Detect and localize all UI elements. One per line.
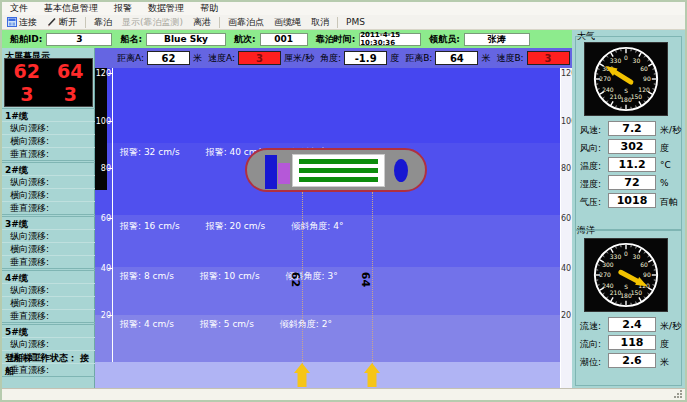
wind-speed-unit: 米/秒 bbox=[660, 124, 681, 137]
longitudinal-drift-row: 纵向漂移: bbox=[2, 337, 95, 350]
vertical-drift-row: 垂直漂移: bbox=[2, 309, 95, 322]
center-panel: 距离A: 62 米 速度A: 3 厘米/秒 角度: -1.9 度 距离B: 64… bbox=[95, 48, 572, 388]
departure-button[interactable]: 离港 bbox=[188, 16, 216, 29]
display-berthing-monitor-button[interactable]: 显示(靠泊监测) bbox=[117, 16, 188, 29]
vertical-drift-row: 垂直漂移: bbox=[2, 255, 95, 268]
temperature-field[interactable]: 11.2 bbox=[608, 157, 656, 172]
distance-a-field[interactable]: 62 bbox=[147, 51, 190, 65]
wind-direction-field[interactable]: 302 bbox=[608, 139, 656, 154]
menu-basic-info[interactable]: 基本信息管理 bbox=[36, 2, 106, 15]
toolbar-separator bbox=[219, 17, 220, 28]
svg-text:90: 90 bbox=[643, 75, 651, 82]
axis-tick-80-right: 80 bbox=[561, 164, 572, 173]
voyage-no-label: 航次: bbox=[234, 33, 256, 46]
wind-direction-label: 风向: bbox=[580, 142, 601, 155]
svg-text:240: 240 bbox=[602, 86, 614, 93]
svg-text:270: 270 bbox=[599, 75, 611, 82]
svg-text:S: S bbox=[624, 88, 628, 94]
pressure-field[interactable]: 1018 bbox=[608, 193, 656, 208]
tide-level-label: 潮位: bbox=[580, 356, 601, 369]
humidity-label: 湿度: bbox=[580, 178, 601, 191]
ship-id-field[interactable]: 3 bbox=[46, 33, 112, 46]
svg-text:210: 210 bbox=[610, 93, 622, 100]
menu-help[interactable]: 帮助 bbox=[192, 2, 226, 15]
distance-a-label: 距离A: bbox=[117, 52, 144, 65]
tide-level-field[interactable]: 2.6 bbox=[608, 353, 656, 368]
humidity-field[interactable]: 72 bbox=[608, 175, 656, 190]
angle-field[interactable]: -1.9 bbox=[344, 51, 387, 65]
right-ruler bbox=[560, 68, 572, 388]
svg-text:180: 180 bbox=[620, 292, 632, 299]
humidity-unit: % bbox=[660, 178, 669, 188]
current-direction-unit: 度 bbox=[660, 338, 669, 351]
resize-grip-icon[interactable] bbox=[674, 389, 683, 398]
draw-berth-point-button[interactable]: 画靠泊点 bbox=[223, 16, 269, 29]
svg-text:90: 90 bbox=[643, 271, 651, 278]
cancel-button[interactable]: 取消 bbox=[306, 16, 334, 29]
pms-button[interactable]: PMS bbox=[341, 16, 370, 29]
mooring-groups: 1#缆 纵向漂移: 横向漂移: 垂直漂移: 2#缆 纵向漂移: 横向漂移: 垂直… bbox=[2, 108, 95, 378]
tick-mark bbox=[108, 73, 113, 74]
distance-b-label: 距离B: bbox=[405, 52, 432, 65]
berthing-button[interactable]: 靠泊 bbox=[89, 16, 117, 29]
current-speed-field[interactable]: 2.4 bbox=[608, 317, 656, 332]
svg-text:210: 210 bbox=[610, 289, 622, 296]
berthing-chart: 报警: 32 cm/s报警: 40 cm/s倾斜角度: 5° 报警: 16 cm… bbox=[95, 68, 572, 388]
distance-b-field[interactable]: 64 bbox=[435, 51, 478, 65]
toolbar-separator bbox=[85, 17, 86, 28]
ship-graphic bbox=[245, 148, 427, 192]
voyage-no-field[interactable]: 001 bbox=[260, 33, 308, 46]
speed-b-field[interactable]: 3 bbox=[527, 51, 570, 65]
pressure-row: 气压: 1018 百帕 bbox=[572, 192, 685, 210]
connect-button[interactable]: 连接 bbox=[2, 16, 42, 29]
connect-icon bbox=[7, 17, 17, 27]
svg-text:150: 150 bbox=[631, 93, 643, 100]
current-direction-row: 流向: 118 度 bbox=[572, 334, 685, 352]
toolbar: 连接 断开 靠泊 显示(靠泊监测) 离港 画靠泊点 画缆绳 取消 PMS bbox=[2, 15, 685, 30]
pressure-label: 气压: bbox=[580, 196, 601, 209]
wind-direction-row: 风向: 302 度 bbox=[572, 138, 685, 156]
tick-mark bbox=[108, 268, 113, 269]
wind-speed-field[interactable]: 7.2 bbox=[608, 121, 656, 136]
wind-direction-gauge: 0306090120150180210240270300330S bbox=[584, 42, 668, 116]
disconnect-button[interactable]: 断开 bbox=[42, 16, 82, 29]
mooring-group-label: 4#缆 bbox=[2, 271, 95, 283]
mooring-group-3: 3#缆 纵向漂移: 横向漂移: 垂直漂移: bbox=[2, 216, 95, 269]
berth-time-label: 靠泊时间: bbox=[316, 33, 356, 46]
speed-a-label: 速度A: bbox=[208, 52, 235, 65]
mooring-group-2: 2#缆 纵向漂移: 横向漂移: 垂直漂移: bbox=[2, 162, 95, 215]
ship-name-field[interactable]: Blue Sky bbox=[146, 33, 226, 46]
speed-a-field[interactable]: 3 bbox=[238, 51, 281, 65]
current-direction-gauge: 0306090120150180210240270300330S bbox=[584, 238, 668, 312]
temperature-label: 温度: bbox=[580, 160, 601, 173]
display-distance-b: 64 bbox=[49, 59, 93, 83]
lateral-drift-row: 横向漂移: bbox=[2, 296, 95, 309]
voyage-info-bar: 船舶ID: 3 船名: Blue Sky 航次: 001 靠泊时间: 2011-… bbox=[2, 30, 572, 48]
lateral-drift-row: 横向漂移: bbox=[2, 134, 95, 147]
menu-bar: 文件 基本信息管理 报警 数据管理 帮助 bbox=[2, 2, 685, 15]
current-direction-field[interactable]: 118 bbox=[608, 335, 656, 350]
vertical-drift-row: 垂直漂移: bbox=[2, 147, 95, 160]
environment-panel: 大气 0306090120150180210240270300330S 风速: … bbox=[572, 30, 685, 388]
ship-deck bbox=[292, 154, 385, 187]
longitudinal-drift-row: 纵向漂移: bbox=[2, 229, 95, 242]
big-display-panel: 62 64 3 3 bbox=[4, 58, 93, 107]
svg-text:300: 300 bbox=[602, 261, 614, 268]
ship-name-label: 船名: bbox=[120, 33, 142, 46]
vertical-drift-row: 垂直漂移: bbox=[2, 201, 95, 214]
menu-file[interactable]: 文件 bbox=[2, 2, 36, 15]
speed-b-label: 速度B: bbox=[496, 52, 523, 65]
draw-mooring-line-button[interactable]: 画缆绳 bbox=[269, 16, 306, 29]
connect-label: 连接 bbox=[19, 16, 37, 29]
ship-bow-block bbox=[394, 159, 408, 182]
pressure-unit: 百帕 bbox=[660, 196, 678, 209]
mooring-group-label: 3#缆 bbox=[2, 217, 95, 229]
svg-text:30: 30 bbox=[633, 57, 641, 64]
menu-alarm[interactable]: 报警 bbox=[106, 2, 140, 15]
pilot-field[interactable]: 张涛 bbox=[464, 33, 530, 46]
berth-time-field[interactable]: 2011-4-15 10:30:36 bbox=[359, 33, 421, 46]
alarm-thresholds-2: 报警: 16 cm/s报警: 20 cm/s倾斜角度: 4° bbox=[120, 220, 369, 233]
mooring-group-4: 4#缆 纵向漂移: 横向漂移: 垂直漂移: bbox=[2, 270, 95, 323]
angle-label: 角度: bbox=[320, 52, 341, 65]
menu-data-mgmt[interactable]: 数据管理 bbox=[140, 2, 192, 15]
